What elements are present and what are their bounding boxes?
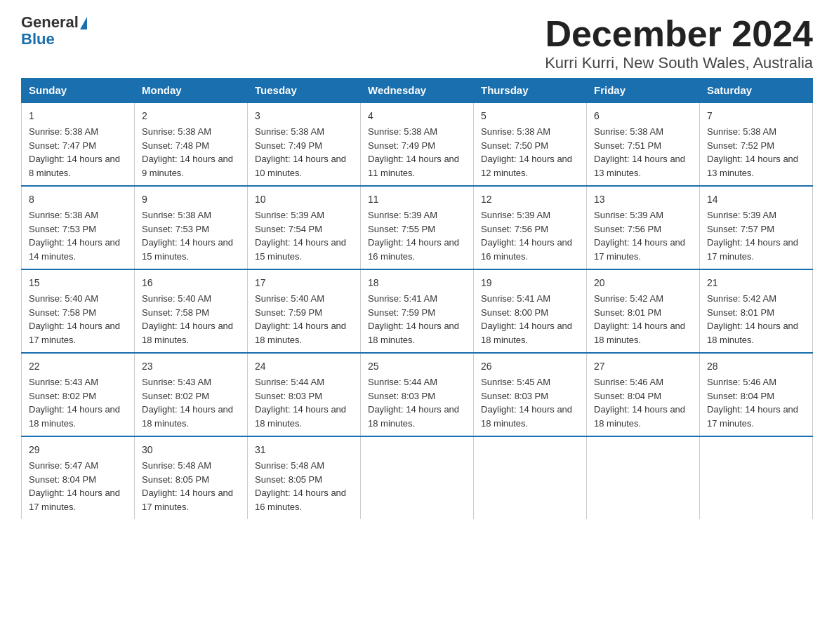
calendar-cell: 3 Sunrise: 5:38 AMSunset: 7:49 PMDayligh… [248,102,361,186]
calendar-cell: 21 Sunrise: 5:42 AMSunset: 8:01 PMDaylig… [700,269,813,353]
calendar-cell: 26 Sunrise: 5:45 AMSunset: 8:03 PMDaylig… [474,353,587,436]
day-number: 25 [368,359,466,374]
day-number: 11 [368,192,466,207]
calendar-cell: 30 Sunrise: 5:48 AMSunset: 8:05 PMDaylig… [135,436,248,519]
day-number: 14 [707,192,805,207]
day-info: Sunrise: 5:38 AMSunset: 7:52 PMDaylight:… [707,126,798,178]
day-info: Sunrise: 5:39 AMSunset: 7:54 PMDaylight:… [255,210,346,262]
calendar-cell [700,436,813,519]
day-info: Sunrise: 5:44 AMSunset: 8:03 PMDaylight:… [368,377,459,429]
day-info: Sunrise: 5:38 AMSunset: 7:53 PMDaylight:… [142,210,233,262]
logo: General Blue [21,14,87,48]
day-number: 10 [255,192,353,207]
calendar-cell: 20 Sunrise: 5:42 AMSunset: 8:01 PMDaylig… [587,269,700,353]
logo-blue-text: Blue [21,31,87,48]
day-info: Sunrise: 5:38 AMSunset: 7:50 PMDaylight:… [481,126,572,178]
col-wednesday: Wednesday [361,79,474,103]
calendar-subtitle: Kurri Kurri, New South Wales, Australia [545,54,813,72]
logo-general-text: General [21,13,79,31]
col-tuesday: Tuesday [248,79,361,103]
day-info: Sunrise: 5:40 AMSunset: 7:59 PMDaylight:… [255,293,346,345]
day-info: Sunrise: 5:41 AMSunset: 7:59 PMDaylight:… [368,293,459,345]
calendar-header: Sunday Monday Tuesday Wednesday Thursday… [22,79,813,103]
calendar-cell [587,436,700,519]
day-number: 31 [255,443,353,457]
calendar-title: December 2024 [545,14,813,54]
day-number: 3 [255,109,353,123]
calendar-cell: 1 Sunrise: 5:38 AMSunset: 7:47 PMDayligh… [22,102,135,186]
day-number: 21 [707,276,805,290]
calendar-cell: 4 Sunrise: 5:38 AMSunset: 7:49 PMDayligh… [361,102,474,186]
calendar-body: 1 Sunrise: 5:38 AMSunset: 7:47 PMDayligh… [22,102,813,519]
calendar-cell: 10 Sunrise: 5:39 AMSunset: 7:54 PMDaylig… [248,186,361,269]
calendar-cell: 27 Sunrise: 5:46 AMSunset: 8:04 PMDaylig… [587,353,700,436]
day-info: Sunrise: 5:42 AMSunset: 8:01 PMDaylight:… [594,293,685,345]
day-info: Sunrise: 5:46 AMSunset: 8:04 PMDaylight:… [707,377,798,429]
day-info: Sunrise: 5:45 AMSunset: 8:03 PMDaylight:… [481,377,572,429]
col-thursday: Thursday [474,79,587,103]
calendar-week-3: 15 Sunrise: 5:40 AMSunset: 7:58 PMDaylig… [22,269,813,353]
day-info: Sunrise: 5:46 AMSunset: 8:04 PMDaylight:… [594,377,685,429]
day-number: 4 [368,109,466,123]
page-header: General Blue December 2024 Kurri Kurri, … [21,14,813,72]
day-number: 7 [707,109,805,123]
day-number: 26 [481,359,579,374]
day-info: Sunrise: 5:39 AMSunset: 7:56 PMDaylight:… [481,210,572,262]
calendar-cell [474,436,587,519]
header-row: Sunday Monday Tuesday Wednesday Thursday… [22,79,813,103]
col-saturday: Saturday [700,79,813,103]
day-number: 13 [594,192,692,207]
day-info: Sunrise: 5:38 AMSunset: 7:48 PMDaylight:… [142,126,233,178]
day-number: 22 [29,359,127,374]
day-number: 5 [481,109,579,123]
day-info: Sunrise: 5:38 AMSunset: 7:47 PMDaylight:… [29,126,120,178]
calendar-cell: 13 Sunrise: 5:39 AMSunset: 7:56 PMDaylig… [587,186,700,269]
col-sunday: Sunday [22,79,135,103]
day-number: 2 [142,109,240,123]
day-number: 1 [29,109,127,123]
day-number: 30 [142,443,240,457]
day-number: 17 [255,276,353,290]
calendar-week-5: 29 Sunrise: 5:47 AMSunset: 8:04 PMDaylig… [22,436,813,519]
calendar-week-2: 8 Sunrise: 5:38 AMSunset: 7:53 PMDayligh… [22,186,813,269]
calendar-cell: 18 Sunrise: 5:41 AMSunset: 7:59 PMDaylig… [361,269,474,353]
day-info: Sunrise: 5:48 AMSunset: 8:05 PMDaylight:… [142,460,233,512]
day-number: 19 [481,276,579,290]
day-number: 20 [594,276,692,290]
day-number: 27 [594,359,692,374]
day-info: Sunrise: 5:43 AMSunset: 8:02 PMDaylight:… [29,377,120,429]
day-info: Sunrise: 5:38 AMSunset: 7:49 PMDaylight:… [255,126,346,178]
calendar-cell: 22 Sunrise: 5:43 AMSunset: 8:02 PMDaylig… [22,353,135,436]
calendar-cell: 19 Sunrise: 5:41 AMSunset: 8:00 PMDaylig… [474,269,587,353]
day-info: Sunrise: 5:38 AMSunset: 7:49 PMDaylight:… [368,126,459,178]
calendar-cell: 15 Sunrise: 5:40 AMSunset: 7:58 PMDaylig… [22,269,135,353]
calendar-cell: 12 Sunrise: 5:39 AMSunset: 7:56 PMDaylig… [474,186,587,269]
calendar-cell: 9 Sunrise: 5:38 AMSunset: 7:53 PMDayligh… [135,186,248,269]
col-friday: Friday [587,79,700,103]
day-info: Sunrise: 5:39 AMSunset: 7:56 PMDaylight:… [594,210,685,262]
day-number: 29 [29,443,127,457]
calendar-cell: 5 Sunrise: 5:38 AMSunset: 7:50 PMDayligh… [474,102,587,186]
day-info: Sunrise: 5:41 AMSunset: 8:00 PMDaylight:… [481,293,572,345]
calendar-cell: 31 Sunrise: 5:48 AMSunset: 8:05 PMDaylig… [248,436,361,519]
calendar-week-4: 22 Sunrise: 5:43 AMSunset: 8:02 PMDaylig… [22,353,813,436]
day-info: Sunrise: 5:44 AMSunset: 8:03 PMDaylight:… [255,377,346,429]
day-info: Sunrise: 5:39 AMSunset: 7:55 PMDaylight:… [368,210,459,262]
calendar-cell: 8 Sunrise: 5:38 AMSunset: 7:53 PMDayligh… [22,186,135,269]
day-number: 18 [368,276,466,290]
calendar-week-1: 1 Sunrise: 5:38 AMSunset: 7:47 PMDayligh… [22,102,813,186]
calendar-cell: 25 Sunrise: 5:44 AMSunset: 8:03 PMDaylig… [361,353,474,436]
day-info: Sunrise: 5:43 AMSunset: 8:02 PMDaylight:… [142,377,233,429]
day-number: 8 [29,192,127,207]
day-number: 23 [142,359,240,374]
calendar-cell: 16 Sunrise: 5:40 AMSunset: 7:58 PMDaylig… [135,269,248,353]
day-info: Sunrise: 5:48 AMSunset: 8:05 PMDaylight:… [255,460,346,512]
col-monday: Monday [135,79,248,103]
calendar-cell: 23 Sunrise: 5:43 AMSunset: 8:02 PMDaylig… [135,353,248,436]
day-number: 9 [142,192,240,207]
calendar-cell: 2 Sunrise: 5:38 AMSunset: 7:48 PMDayligh… [135,102,248,186]
calendar-cell: 11 Sunrise: 5:39 AMSunset: 7:55 PMDaylig… [361,186,474,269]
day-info: Sunrise: 5:38 AMSunset: 7:53 PMDaylight:… [29,210,120,262]
day-info: Sunrise: 5:47 AMSunset: 8:04 PMDaylight:… [29,460,120,512]
title-block: December 2024 Kurri Kurri, New South Wal… [545,14,813,72]
